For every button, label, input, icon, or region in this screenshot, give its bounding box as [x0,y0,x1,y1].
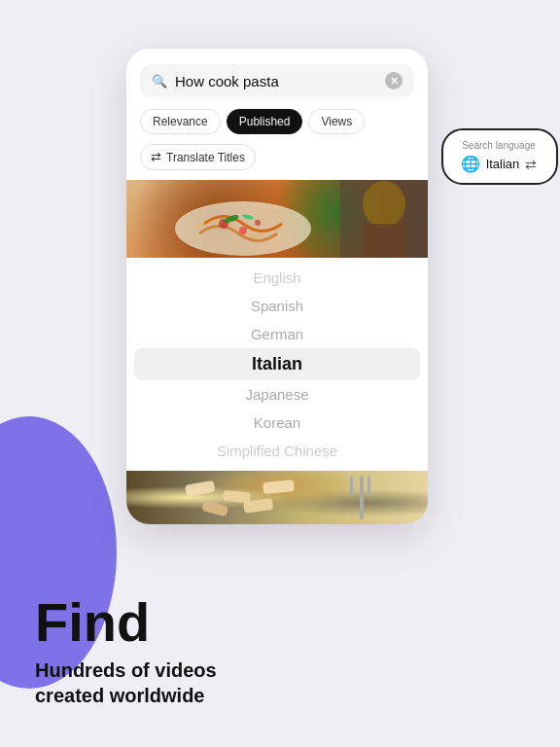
lang-simplified-chinese[interactable]: Simplified Chinese [126,437,428,465]
bottom-section: Find Hundreds of videos created worldwid… [0,595,560,708]
lang-german[interactable]: German [126,320,428,348]
selected-language[interactable]: Italian [486,157,520,171]
find-subheading: Hundreds of videos created worldwide [35,658,525,708]
search-input[interactable]: How cook pasta [175,73,385,89]
svg-rect-15 [350,476,353,495]
translate-row: ⇄ Translate Titles [140,144,414,170]
language-list: English Spanish German Italian Japanese … [126,258,428,471]
bottom-video-thumbnail[interactable] [126,471,428,524]
filter-views[interactable]: Views [308,109,365,134]
lang-spanish[interactable]: Spanish [126,292,428,320]
phone-card: 🔍 How cook pasta ✕ Relevance Published V… [126,49,428,524]
svg-rect-9 [185,480,216,497]
find-heading: Find [35,595,525,650]
pasta-svg [126,180,428,258]
svg-rect-14 [360,476,364,519]
svg-point-7 [363,181,405,228]
translate-icon: ⇄ [151,150,161,164]
filter-relevance[interactable]: Relevance [140,109,221,134]
svg-rect-10 [223,490,251,503]
callout-content: Search language 🌐 Italian ⇄ [453,140,544,173]
language-row: 🌐 Italian ⇄ [461,155,538,173]
search-bar[interactable]: 🔍 How cook pasta ✕ [140,64,414,97]
svg-rect-11 [262,480,295,494]
pasta-fork-svg [126,471,428,524]
svg-point-3 [255,220,261,226]
svg-point-2 [239,227,247,234]
lang-korean[interactable]: Korean [126,409,428,437]
translate-label: Translate Titles [166,151,245,164]
svg-rect-16 [368,476,370,495]
search-language-label: Search language [462,140,536,151]
search-icon: 🔍 [152,74,167,89]
lang-italian[interactable]: Italian [134,348,420,380]
globe-icon: 🌐 [461,155,480,173]
filter-published[interactable]: Published [227,109,303,134]
swap-icon[interactable]: ⇄ [525,157,537,172]
lang-english[interactable]: English [126,264,428,292]
translate-titles-button[interactable]: ⇄ Translate Titles [140,144,256,170]
top-video-thumbnail[interactable] [126,180,428,258]
lang-japanese[interactable]: Japanese [126,380,428,409]
search-language-popup[interactable]: Search language 🌐 Italian ⇄ [441,128,558,185]
clear-button[interactable]: ✕ [385,72,402,89]
pasta-image [126,180,428,258]
svg-rect-8 [363,224,405,258]
filter-row: Relevance Published Views [140,109,414,134]
svg-rect-12 [201,500,228,516]
